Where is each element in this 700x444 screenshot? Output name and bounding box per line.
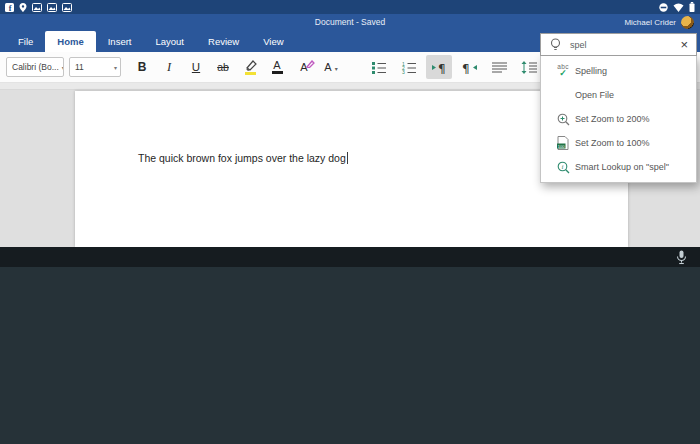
decrease-indent-button[interactable]: ¶ xyxy=(456,55,482,79)
system-status-icons xyxy=(659,2,695,12)
font-formatting-menu-button[interactable]: A▾ xyxy=(318,55,344,79)
menu-item-set-zoom-200[interactable]: Set Zoom to 200% xyxy=(541,107,696,131)
align-justify-icon xyxy=(492,61,507,74)
wifi-icon xyxy=(673,3,684,12)
account-area[interactable]: Michael Crider xyxy=(624,16,694,29)
bulleted-list-icon xyxy=(371,61,387,74)
document-text[interactable]: The quick brown fox jumps over the lazy … xyxy=(138,152,348,164)
font-color-button[interactable]: A xyxy=(264,55,290,79)
menu-item-open-file[interactable]: Open File xyxy=(541,83,696,107)
font-color-icon: A xyxy=(272,61,283,74)
numbered-list-icon: 1 2 3 xyxy=(401,61,417,74)
tab-file[interactable]: File xyxy=(6,31,45,52)
decrease-indent-icon: ¶ xyxy=(461,61,478,74)
suggestion-strip[interactable] xyxy=(0,247,700,267)
word-android-screen: f D xyxy=(0,0,700,444)
menu-item-spelling[interactable]: abc✓ Spelling xyxy=(541,59,696,83)
font-menu-icon: A▾ xyxy=(324,61,337,73)
underline-button[interactable]: U xyxy=(183,55,209,79)
smart-lookup-icon: i xyxy=(551,161,575,174)
zoom-100-page-icon: 100 xyxy=(551,136,575,150)
menu-item-set-zoom-100[interactable]: 100 Set Zoom to 100% xyxy=(541,131,696,155)
line-spacing-button[interactable] xyxy=(516,55,542,79)
tab-insert[interactable]: Insert xyxy=(96,31,144,52)
text-effects-icon: A xyxy=(300,61,307,73)
highlighter-icon xyxy=(243,59,258,75)
svg-text:¶: ¶ xyxy=(438,61,446,74)
notification-icons: f xyxy=(5,3,72,12)
font-format-group: B I U ab A A xyxy=(129,55,344,79)
screenshot-icon xyxy=(62,3,72,12)
svg-text:¶: ¶ xyxy=(462,61,470,74)
tell-me-results-panel: abc✓ Spelling Open File Set Zoom to 200%… xyxy=(540,56,697,183)
tab-view[interactable]: View xyxy=(251,31,295,52)
android-status-bar: f xyxy=(0,0,700,14)
tab-review[interactable]: Review xyxy=(196,31,251,52)
text-effects-button[interactable]: A xyxy=(291,55,317,79)
tell-me-search-box[interactable]: spel × xyxy=(540,33,697,56)
italic-button[interactable]: I xyxy=(156,55,182,79)
svg-text:3: 3 xyxy=(402,69,405,74)
word-title-bar: Document - Saved Michael Crider xyxy=(0,14,700,31)
font-name-value: Calibri (Bo... xyxy=(12,62,59,72)
align-justify-button[interactable] xyxy=(486,55,512,79)
screenshot-icon xyxy=(32,3,42,12)
bulleted-list-button[interactable] xyxy=(366,55,392,79)
onscreen-keyboard: q1w2e3r4t5y6u7i8o9p0 ⌫ asdfghjkl ↵ ⇧ zxc… xyxy=(0,247,700,444)
close-icon[interactable]: × xyxy=(680,38,688,51)
font-size-value: 11 xyxy=(75,62,84,72)
svg-text:100: 100 xyxy=(558,144,565,149)
increase-indent-icon: ¶ xyxy=(431,61,448,74)
tab-layout[interactable]: Layout xyxy=(143,31,196,52)
tab-home[interactable]: Home xyxy=(45,31,95,52)
increase-indent-button[interactable]: ¶ xyxy=(426,55,452,79)
line-spacing-icon xyxy=(521,61,537,74)
microphone-icon[interactable] xyxy=(676,250,687,269)
spelling-icon: abc✓ xyxy=(551,64,575,78)
zoom-magnifier-icon xyxy=(551,113,575,126)
bold-button[interactable]: B xyxy=(129,55,155,79)
text-cursor xyxy=(347,152,348,164)
chevron-down-icon: ▾ xyxy=(111,64,117,71)
svg-text:f: f xyxy=(9,4,12,12)
strikethrough-button[interactable]: ab xyxy=(210,55,236,79)
chevron-down-icon: ▾ xyxy=(59,64,64,71)
location-icon xyxy=(19,3,27,12)
document-title: Document - Saved xyxy=(0,17,700,27)
numbered-list-button[interactable]: 1 2 3 xyxy=(396,55,422,79)
menu-item-smart-lookup[interactable]: i Smart Lookup on "spel" xyxy=(541,155,696,179)
lightbulb-icon xyxy=(550,38,561,52)
font-size-select[interactable]: 11 ▾ xyxy=(69,57,121,77)
do-not-disturb-icon xyxy=(659,3,668,12)
battery-icon xyxy=(689,2,695,12)
highlight-color-button[interactable] xyxy=(237,55,263,79)
account-name: Michael Crider xyxy=(624,18,676,27)
svg-text:i: i xyxy=(561,163,563,171)
search-input[interactable]: spel xyxy=(570,40,587,50)
facebook-icon: f xyxy=(5,3,14,12)
screenshot-icon xyxy=(47,3,57,12)
avatar[interactable] xyxy=(681,16,694,29)
font-name-select[interactable]: Calibri (Bo... ▾ xyxy=(6,57,64,77)
